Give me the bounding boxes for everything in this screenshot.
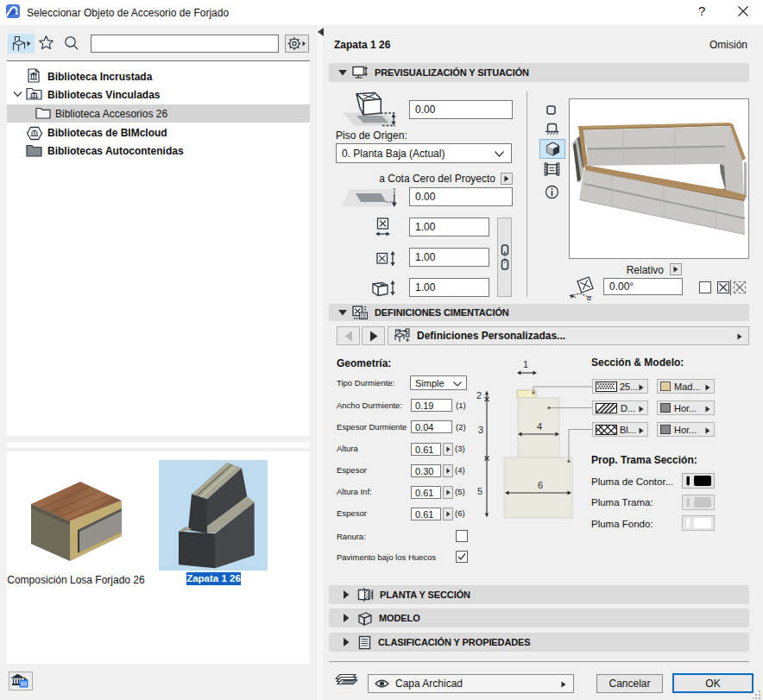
svg-text:4: 4 [537, 421, 542, 432]
svg-text:1: 1 [523, 359, 528, 369]
svg-text:2: 2 [476, 390, 482, 400]
svg-text:α: α [587, 293, 592, 301]
svg-text:3: 3 [478, 425, 483, 435]
svg-text:6: 6 [538, 480, 543, 490]
svg-text:5: 5 [477, 486, 482, 496]
